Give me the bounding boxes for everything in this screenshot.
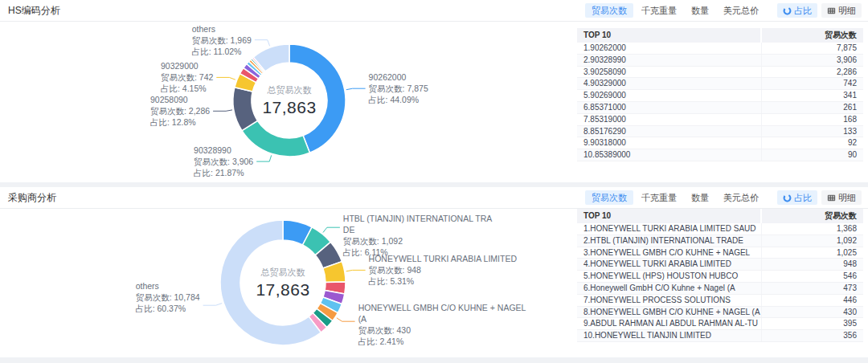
toolbar: 贸易次数千克重量数量美元总价占比明细 bbox=[585, 190, 862, 205]
metric-button[interactable]: 数量 bbox=[685, 190, 715, 205]
row-value: 92 bbox=[761, 137, 863, 149]
row-value: 948 bbox=[761, 259, 863, 270]
slice-label-name: 90329000 bbox=[161, 60, 213, 71]
toolbar: 贸易次数千克重量数量美元总价占比明细 bbox=[585, 3, 862, 18]
table-header-row: TOP 10贸易次数 bbox=[577, 209, 863, 223]
slice-label-percent: 占比: 2.41% bbox=[358, 336, 526, 347]
label-leader-line bbox=[346, 270, 366, 271]
slice-label-value: 贸易次数: 430 bbox=[358, 324, 526, 336]
table-row: 1.HONEYWELL TURKI ARABIA LIMITED SAUD1,3… bbox=[577, 223, 863, 235]
row-value: 473 bbox=[761, 283, 863, 294]
table-row: 8.HONEYWELL GMBH C/O KUHNE + NAGEL (A430 bbox=[577, 307, 863, 319]
donut-center-total: 总贸易次数17,863 bbox=[256, 267, 309, 300]
row-value: 133 bbox=[761, 126, 863, 137]
buyer-donut-chart: HTBL (TIANJIN) INTERNATIONAL TRADE贸易次数: … bbox=[0, 209, 575, 363]
analytics-dashboard: { "ui": { "label_value_prefix": "贸易次数: "… bbox=[0, 0, 868, 363]
label-leader-line bbox=[337, 318, 355, 321]
top10-table: TOP 10贸易次数1.902620007,8752.903289903,906… bbox=[577, 28, 863, 161]
table-row: 10.HONEYWELL TIANJIN LIMITED356 bbox=[577, 330, 863, 342]
ratio-view-button[interactable]: 占比 bbox=[777, 3, 817, 18]
detail-view-button[interactable]: 明细 bbox=[821, 3, 862, 18]
row-name: 1.HONEYWELL TURKI ARABIA LIMITED SAUD bbox=[577, 223, 761, 235]
metric-button[interactable]: 贸易次数 bbox=[585, 3, 633, 18]
slice-label: HTBL (TIANJIN) INTERNATIONAL TRADE贸易次数: … bbox=[343, 213, 493, 258]
row-value: 261 bbox=[761, 102, 863, 113]
row-value: 1,025 bbox=[761, 247, 863, 259]
section-hs-code-analysis: HS编码分析 贸易次数千克重量数量美元总价占比明细 90262000贸易次数: … bbox=[0, 0, 868, 182]
table-icon bbox=[827, 6, 836, 15]
slice-label-name: 90328990 bbox=[194, 145, 253, 156]
row-name: 2.HTBL (TIANJIN) INTERNATIONAL TRADE bbox=[577, 235, 761, 247]
row-name: 8.85176290 bbox=[577, 126, 761, 137]
slice-label-percent: 占比: 60.37% bbox=[136, 303, 200, 314]
row-value: 430 bbox=[761, 307, 863, 318]
slice-label-name: HTBL (TIANJIN) INTERNATIONAL TRA bbox=[343, 213, 493, 224]
row-value: 356 bbox=[761, 330, 863, 341]
metric-button-group: 贸易次数千克重量数量美元总价 bbox=[585, 190, 765, 205]
table-row: 2.HTBL (TIANJIN) INTERNATIONAL TRADE1,09… bbox=[577, 235, 863, 247]
slice-label-name: 90262000 bbox=[369, 71, 428, 83]
slice-label: HONEYWELL TURKI ARABIA LIMITED贸易次数: 948占… bbox=[369, 253, 517, 287]
slice-label-name: (A bbox=[358, 313, 526, 324]
metric-button[interactable]: 千克重量 bbox=[635, 190, 683, 205]
slice-label: others贸易次数: 10,784占比: 60.37% bbox=[136, 280, 200, 314]
row-name: 8.HONEYWELL GMBH C/O KUHNE + NAGEL (A bbox=[577, 307, 761, 318]
detail-view-button[interactable]: 明细 bbox=[821, 190, 862, 205]
slice-label-name: DE bbox=[343, 224, 493, 235]
ratio-view-button[interactable]: 占比 bbox=[777, 190, 817, 205]
table-header-metric: 贸易次数 bbox=[762, 28, 863, 43]
table-row: 7.HONEYWELL PROCESS SOLUTIONS446 bbox=[577, 295, 863, 307]
label-leader-line bbox=[213, 110, 232, 111]
slice-label-percent: 占比: 5.31% bbox=[369, 275, 517, 287]
pie-icon bbox=[783, 194, 792, 202]
page-title: HS编码分析 bbox=[8, 4, 60, 18]
slice-label-value: 贸易次数: 948 bbox=[369, 264, 517, 275]
table-row: 4.90329000742 bbox=[577, 78, 863, 90]
view-button-label: 明细 bbox=[838, 6, 856, 15]
slice-label-name: others bbox=[136, 280, 200, 292]
slice-label: 90262000贸易次数: 7,875占比: 44.09% bbox=[369, 71, 428, 105]
table-row: 2.903289903,906 bbox=[577, 55, 863, 67]
slice-label-value: 贸易次数: 10,784 bbox=[136, 292, 200, 303]
metric-button[interactable]: 数量 bbox=[685, 3, 715, 18]
slice-label-percent: 占比: 11.02% bbox=[192, 46, 252, 57]
slice-label: others贸易次数: 1,969占比: 11.02% bbox=[192, 23, 252, 57]
donut-center-total: 总贸易次数17,863 bbox=[262, 84, 316, 117]
hs-code-donut-chart: 90262000贸易次数: 7,875占比: 44.09%90328990贸易次… bbox=[0, 22, 575, 182]
row-name: 6.85371000 bbox=[577, 102, 761, 113]
metric-button[interactable]: 美元总价 bbox=[717, 190, 765, 205]
row-name: 9.ABDUL RAHMAN ALI ABDUL RAHMAN AL-TU bbox=[577, 318, 761, 329]
metric-button[interactable]: 贸易次数 bbox=[585, 190, 633, 205]
top10-table: TOP 10贸易次数1.HONEYWELL TURKI ARABIA LIMIT… bbox=[577, 209, 863, 342]
row-name: 9.90318000 bbox=[577, 137, 761, 149]
row-value: 7,875 bbox=[761, 43, 863, 54]
table-row: 5.HONEYWELL (HPS) HOUSTON HUBCO546 bbox=[577, 271, 863, 283]
total-value: 17,863 bbox=[262, 98, 316, 117]
row-name: 3.HONEYWELL GMBH C/O KUHNE + NAGEL bbox=[577, 247, 761, 259]
section-header: 采购商分析 贸易次数千克重量数量美元总价占比明细 bbox=[0, 187, 868, 209]
row-name: 4.90329000 bbox=[577, 78, 761, 89]
table-icon bbox=[827, 194, 836, 202]
metric-button[interactable]: 千克重量 bbox=[635, 3, 683, 18]
table-header-rank: TOP 10 bbox=[577, 28, 760, 43]
row-value: 2,286 bbox=[761, 67, 863, 78]
slice-label-value: 贸易次数: 2,286 bbox=[150, 105, 210, 116]
table-row: 5.90269000341 bbox=[577, 90, 863, 102]
view-button-label: 占比 bbox=[794, 6, 812, 15]
table-header-row: TOP 10贸易次数 bbox=[577, 28, 863, 43]
pie-icon bbox=[783, 6, 792, 15]
row-name: 10.85389000 bbox=[577, 149, 761, 161]
table-row: 1.902620007,875 bbox=[577, 43, 863, 55]
row-value: 1,368 bbox=[761, 223, 863, 235]
metric-button[interactable]: 美元总价 bbox=[717, 3, 765, 18]
table-row: 8.85176290133 bbox=[577, 126, 863, 138]
slice-label: 90328990贸易次数: 3,906占比: 21.87% bbox=[194, 145, 253, 178]
slice-label-percent: 占比: 44.09% bbox=[369, 94, 428, 105]
row-value: 341 bbox=[761, 90, 863, 101]
slice-label-name: 90258090 bbox=[150, 94, 210, 105]
table-row: 3.HONEYWELL GMBH C/O KUHNE + NAGEL1,025 bbox=[577, 247, 863, 259]
table-header-rank: TOP 10 bbox=[577, 209, 760, 223]
slice-label: HONEYWELL GMBH C/O KUHNE + NAGEL(A贸易次数: … bbox=[358, 302, 526, 347]
label-leader-line bbox=[346, 88, 366, 90]
slice-label-percent: 占比: 21.87% bbox=[194, 167, 253, 178]
